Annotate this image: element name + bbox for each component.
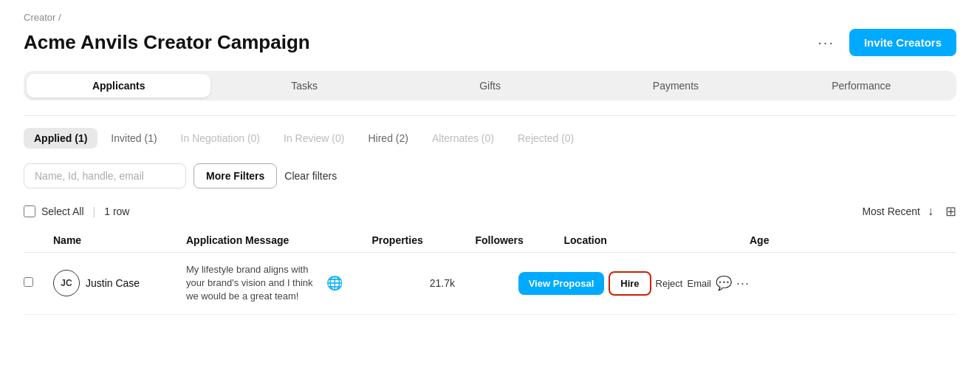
sub-tab-hired[interactable]: Hired (2) <box>357 128 418 149</box>
tab-performance[interactable]: Performance <box>770 74 953 98</box>
page-title: Acme Anvils Creator Campaign <box>24 31 310 54</box>
tab-gifts[interactable]: Gifts <box>398 74 582 98</box>
reject-button[interactable]: Reject <box>656 278 683 289</box>
row-actions: View Proposal Hire Reject Email 💬 ··· <box>518 271 750 296</box>
sort-row: Most Recent ↓ ⊞ <box>862 203 956 220</box>
breadcrumb: Creator / <box>24 12 956 23</box>
tab-tasks[interactable]: Tasks <box>212 74 396 98</box>
search-input[interactable] <box>24 163 186 188</box>
sub-tabs: Applied (1) Invited (1) In Negotiation (… <box>24 128 956 149</box>
sub-tab-negotiation[interactable]: In Negotiation (0) <box>171 128 270 149</box>
select-all-checkbox[interactable] <box>24 205 35 217</box>
creator-cell: JC Justin Case <box>53 270 186 296</box>
followers-cell: 21.7k <box>430 277 518 289</box>
select-all-row: Select All | 1 row <box>24 205 129 217</box>
row-checkbox[interactable] <box>24 277 33 287</box>
avatar: JC <box>53 270 80 296</box>
email-button[interactable]: Email <box>687 278 711 289</box>
sub-tab-rejected[interactable]: Rejected (0) <box>507 128 584 149</box>
list-header: Select All | 1 row Most Recent ↓ ⊞ <box>24 203 956 220</box>
sub-tab-review[interactable]: In Review (0) <box>273 128 354 149</box>
table: Name Application Message Properties Foll… <box>24 228 956 315</box>
col-header-name: Name <box>53 234 186 246</box>
col-header-followers: Followers <box>476 234 564 246</box>
col-header-actions <box>809 234 956 246</box>
row-more-button[interactable]: ··· <box>736 276 750 291</box>
col-header-message: Application Message <box>186 234 372 246</box>
sub-tab-applied[interactable]: Applied (1) <box>24 128 97 149</box>
properties-cell: 🌐 <box>326 275 430 291</box>
col-header-age: Age <box>750 234 809 246</box>
page: Creator / Acme Anvils Creator Campaign ·… <box>0 0 980 391</box>
col-header-properties: Properties <box>372 234 476 246</box>
clear-filters-button[interactable]: Clear filters <box>284 170 337 182</box>
more-filters-button[interactable]: More Filters <box>193 163 277 188</box>
divider <box>24 115 956 116</box>
more-options-button[interactable]: ··· <box>812 31 840 54</box>
tab-applicants[interactable]: Applicants <box>27 74 210 98</box>
sub-tab-invited[interactable]: Invited (1) <box>100 128 167 149</box>
sort-direction-icon[interactable]: ↓ <box>928 205 933 218</box>
row-count-label: 1 row <box>104 205 129 217</box>
view-proposal-button[interactable]: View Proposal <box>518 272 605 295</box>
main-tabs: Applicants Tasks Gifts Payments Performa… <box>24 71 956 101</box>
pipe-separator: | <box>93 205 96 217</box>
filters-row: More Filters Clear filters <box>24 163 956 188</box>
invite-creators-button[interactable]: Invite Creators <box>849 29 956 56</box>
followers-value: 21.7k <box>430 277 455 289</box>
tab-payments[interactable]: Payments <box>583 74 767 98</box>
row-checkbox-cell <box>24 277 53 289</box>
globe-icon: 🌐 <box>326 276 343 290</box>
application-message-cell: My lifestyle brand aligns with your bran… <box>186 263 326 304</box>
creator-name: Justin Case <box>86 277 140 289</box>
table-header: Name Application Message Properties Foll… <box>24 228 956 253</box>
select-all-label: Select All <box>41 205 84 217</box>
hire-button[interactable]: Hire <box>609 271 651 296</box>
sub-tab-alternates[interactable]: Alternates (0) <box>422 128 504 149</box>
header-row: Acme Anvils Creator Campaign ··· Invite … <box>24 29 956 56</box>
location-cell: View Proposal Hire Reject Email 💬 ··· <box>518 271 750 296</box>
col-header-location: Location <box>564 234 750 246</box>
table-row: JC Justin Case My lifestyle brand aligns… <box>24 253 956 315</box>
col-header-check <box>24 234 53 246</box>
sort-label: Most Recent <box>862 205 920 217</box>
grid-view-icon[interactable]: ⊞ <box>945 203 956 220</box>
application-message: My lifestyle brand aligns with your bran… <box>186 264 313 302</box>
header-actions: ··· Invite Creators <box>812 29 956 56</box>
chat-icon[interactable]: 💬 <box>716 275 732 291</box>
